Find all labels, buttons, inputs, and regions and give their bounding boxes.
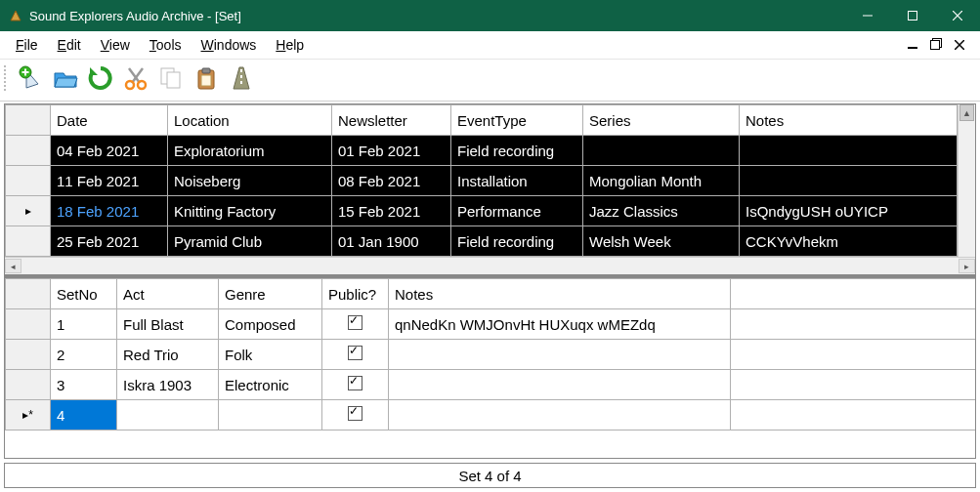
cell-genre[interactable]: Folk (219, 340, 322, 370)
cell-act[interactable] (117, 400, 219, 430)
cell-public[interactable] (322, 400, 389, 430)
child-grid[interactable]: SetNo Act Genre Public? Notes 1Full Blas… (5, 278, 975, 430)
cell-genre[interactable]: Composed (219, 309, 322, 340)
col-act[interactable]: Act (117, 279, 219, 309)
col-newsletter[interactable]: Newsletter (332, 105, 451, 136)
cell-series[interactable] (583, 136, 740, 166)
parent-grid-row[interactable]: 25 Feb 2021Pyramid Club01 Jan 1900Field … (6, 226, 958, 257)
menu-view[interactable]: View (91, 33, 140, 57)
col-location[interactable]: Location (168, 105, 332, 136)
mdi-restore-icon[interactable] (929, 38, 943, 53)
row-selector[interactable] (6, 309, 51, 340)
parent-grid-row[interactable]: 11 Feb 2021Noiseberg08 Feb 2021Installat… (6, 166, 958, 196)
cell-notes[interactable]: CCKYvVhekm (740, 226, 958, 257)
cell-genre[interactable]: Electronic (219, 370, 322, 400)
col-date[interactable]: Date (51, 105, 168, 136)
cell-location[interactable]: Exploratorium (168, 136, 332, 166)
cell-date[interactable]: 25 Feb 2021 (51, 226, 168, 257)
child-grid-header[interactable]: SetNo Act Genre Public? Notes (6, 279, 976, 309)
cell-notes[interactable] (389, 370, 731, 400)
maximize-button[interactable] (890, 0, 935, 31)
cell-public[interactable] (322, 309, 389, 340)
scroll-right-icon[interactable]: ▸ (959, 259, 975, 273)
checkbox-icon[interactable] (348, 406, 362, 421)
copy-button[interactable] (154, 62, 188, 95)
cell-newsletter[interactable]: 15 Feb 2021 (332, 196, 451, 226)
row-selector[interactable] (6, 136, 51, 166)
cell-setno[interactable]: 2 (51, 340, 117, 370)
cell-eventtype[interactable]: Field recording (451, 226, 583, 257)
close-button[interactable] (935, 0, 980, 31)
scroll-left-icon[interactable]: ◂ (5, 259, 21, 273)
menu-tools[interactable]: Tools (140, 33, 192, 57)
cell-notes[interactable] (740, 136, 958, 166)
cell-series[interactable]: Welsh Week (583, 226, 740, 257)
menu-help[interactable]: Help (266, 33, 314, 57)
col-genre[interactable]: Genre (219, 279, 322, 309)
cell-eventtype[interactable]: Field recording (451, 136, 583, 166)
road-button[interactable] (225, 62, 258, 95)
new-row-selector[interactable]: ▸* (6, 400, 51, 430)
cell-notes[interactable] (389, 400, 731, 430)
cell-notes[interactable]: IsQndygUSH oUYICP (740, 196, 958, 226)
cell-series[interactable]: Mongolian Month (583, 166, 740, 196)
parent-grid-row[interactable]: 04 Feb 2021Exploratorium01 Feb 2021Field… (6, 136, 958, 166)
cell-series[interactable]: Jazz Classics (583, 196, 740, 226)
paste-button[interactable] (190, 62, 223, 95)
col-eventtype[interactable]: EventType (451, 105, 583, 136)
cell-eventtype[interactable]: Installation (451, 166, 583, 196)
scroll-up-icon[interactable]: ▲ (959, 104, 974, 121)
child-grid-row[interactable]: 1Full BlastComposedqnNedKn WMJOnvHt HUXu… (6, 309, 976, 340)
cell-setno[interactable]: 3 (51, 370, 117, 400)
parent-grid-row[interactable]: ▸18 Feb 2021Knitting Factory15 Feb 2021P… (6, 196, 958, 226)
row-selector[interactable] (6, 226, 51, 257)
cell-notes[interactable]: qnNedKn WMJOnvHt HUXuqx wMEZdq (389, 309, 731, 340)
open-button[interactable] (49, 62, 82, 95)
parent-grid[interactable]: Date Location Newsletter EventType Serie… (5, 104, 958, 257)
child-grid-row[interactable]: 3Iskra 1903Electronic (6, 370, 976, 400)
minimize-button[interactable] (845, 0, 890, 31)
menu-file[interactable]: File (6, 33, 48, 57)
mdi-minimize-icon[interactable] (906, 38, 919, 53)
row-selector[interactable] (6, 370, 51, 400)
cell-newsletter[interactable]: 01 Feb 2021 (332, 136, 451, 166)
child-grid-row[interactable]: 2Red TrioFolk (6, 340, 976, 370)
col-setno[interactable]: SetNo (51, 279, 117, 309)
cell-setno[interactable]: 4 (51, 400, 117, 430)
cell-public[interactable] (322, 370, 389, 400)
row-selector[interactable] (6, 166, 51, 196)
cell-public[interactable] (322, 340, 389, 370)
cell-location[interactable]: Noiseberg (168, 166, 332, 196)
cut-button[interactable] (119, 62, 152, 95)
col-public[interactable]: Public? (322, 279, 389, 309)
menu-edit[interactable]: Edit (48, 33, 91, 57)
cell-act[interactable]: Iskra 1903 (117, 370, 219, 400)
cell-location[interactable]: Pyramid Club (168, 226, 332, 257)
cell-setno[interactable]: 1 (51, 309, 117, 340)
cell-newsletter[interactable]: 01 Jan 1900 (332, 226, 451, 257)
child-grid-new-row[interactable]: ▸*4 (6, 400, 976, 430)
cell-eventtype[interactable]: Performance (451, 196, 583, 226)
cell-act[interactable]: Full Blast (117, 309, 219, 340)
row-selector[interactable]: ▸ (6, 196, 51, 226)
cell-date[interactable]: 11 Feb 2021 (51, 166, 168, 196)
col-notes[interactable]: Notes (389, 279, 731, 309)
checkbox-icon[interactable] (348, 346, 362, 360)
col-notes[interactable]: Notes (740, 105, 958, 136)
cell-date[interactable]: 04 Feb 2021 (51, 136, 168, 166)
hscroll-track[interactable] (21, 259, 959, 273)
cell-newsletter[interactable]: 08 Feb 2021 (332, 166, 451, 196)
menu-windows[interactable]: Windows (192, 33, 267, 57)
new-button[interactable] (14, 62, 47, 95)
checkbox-icon[interactable] (348, 376, 362, 390)
parent-grid-header[interactable]: Date Location Newsletter EventType Serie… (6, 105, 958, 136)
mdi-close-icon[interactable] (953, 38, 966, 53)
refresh-button[interactable] (84, 62, 117, 95)
parent-grid-hscroll[interactable]: ◂ ▸ (5, 257, 975, 274)
cell-notes[interactable] (389, 340, 731, 370)
cell-date[interactable]: 18 Feb 2021 (51, 196, 168, 226)
cell-genre[interactable] (219, 400, 322, 430)
row-selector[interactable] (6, 340, 51, 370)
cell-notes[interactable] (740, 166, 958, 196)
cell-act[interactable]: Red Trio (117, 340, 219, 370)
